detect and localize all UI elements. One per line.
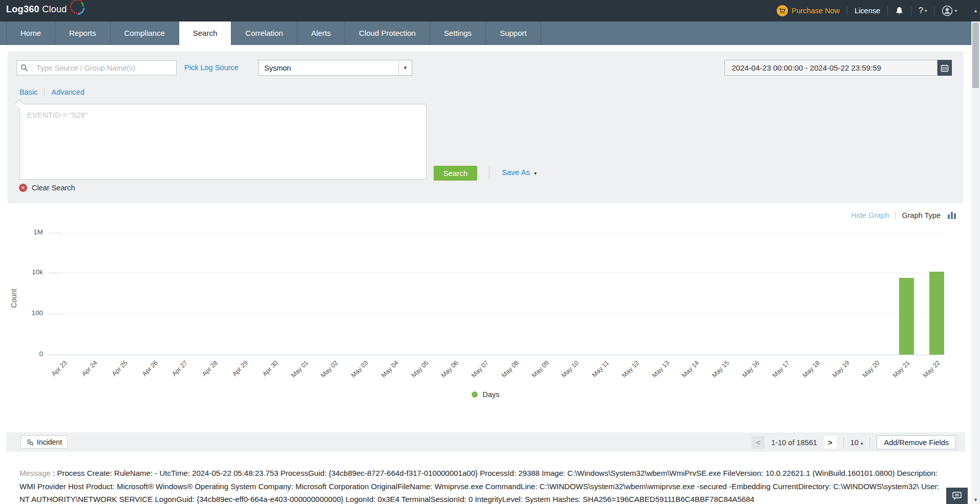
tab-alerts[interactable]: Alerts — [297, 21, 345, 45]
add-remove-fields-button[interactable]: Add/Remove Fields — [877, 435, 956, 449]
x-tick-label: May 17 — [764, 359, 791, 386]
save-as-button[interactable]: Save As▾ — [502, 168, 537, 177]
hide-graph-link[interactable]: Hide Graph — [851, 211, 889, 220]
pager-divider — [843, 437, 844, 448]
bar-may-22[interactable] — [929, 272, 944, 355]
search-button[interactable]: Search — [434, 166, 477, 181]
calendar-icon[interactable] — [938, 60, 952, 76]
query-input[interactable] — [19, 104, 427, 180]
clear-x-icon: ✕ — [19, 184, 27, 192]
scrollbar-thumb[interactable] — [972, 23, 979, 88]
x-tick-label: May 14 — [674, 359, 700, 386]
y-tick-100: 100 — [18, 309, 43, 317]
tab-home[interactable]: Home — [6, 21, 55, 45]
chat-bubble-icon — [951, 491, 963, 501]
x-tick-label: May 05 — [403, 359, 430, 386]
logo-text-secondary: Cloud — [42, 4, 67, 14]
mode-divider — [44, 88, 45, 96]
incident-button[interactable]: Incident — [20, 435, 68, 449]
purchase-now-button[interactable]: Purchase Now — [777, 5, 840, 16]
tab-reports[interactable]: Reports — [55, 21, 111, 45]
y-tick-0: 0 — [18, 350, 43, 358]
x-tick-label: Apr 27 — [162, 359, 189, 386]
app-logo: Log360 Cloud — [6, 4, 67, 15]
x-tick-label: May 09 — [523, 359, 550, 386]
pagination-count: 1-10 of 18561 — [771, 439, 817, 447]
bar-may-21[interactable] — [899, 278, 914, 355]
x-tick-label: Apr 24 — [72, 359, 99, 386]
x-tick-label: May 13 — [644, 359, 670, 386]
scroll-down-icon[interactable]: ▼ — [971, 497, 980, 502]
page-scrollbar[interactable]: ▲ ▼ — [971, 0, 980, 504]
tab-search[interactable]: Search — [179, 21, 232, 45]
x-tick-label: May 21 — [884, 359, 911, 386]
date-range-field[interactable]: 2024-04-23 00:00:00 - 2024-05-22 23:59:5… — [725, 60, 938, 76]
logo-swirl-icon — [66, 0, 87, 20]
gridline — [49, 314, 943, 314]
y-tick-1m: 1M — [18, 228, 43, 236]
mode-tab-advanced[interactable]: Advanced — [51, 88, 84, 96]
page-size-value: 10 — [850, 439, 859, 447]
source-search-input[interactable] — [32, 64, 176, 72]
chevron-down-icon: ▾ — [954, 8, 957, 13]
graph-ctl-divider — [895, 211, 896, 220]
y-tick-10k: 10k — [18, 268, 43, 276]
x-tick-label: May 03 — [343, 359, 370, 386]
x-tick-label: May 02 — [313, 359, 339, 386]
message-separator: : — [51, 469, 57, 477]
prev-page-button[interactable]: < — [752, 436, 764, 449]
log-message-row[interactable]: Message : Process Create: RuleName: - Ut… — [19, 467, 941, 504]
support-chat-button[interactable] — [946, 488, 968, 504]
x-tick-label: May 01 — [283, 359, 309, 386]
clear-search-button[interactable]: ✕ Clear Search — [19, 184, 75, 192]
x-tick-label: May 07 — [463, 359, 490, 386]
search-icon — [17, 64, 32, 72]
chevron-down-icon: ▾ — [534, 170, 537, 176]
gridline — [49, 233, 943, 233]
header-divider — [911, 6, 911, 15]
tab-support[interactable]: Support — [486, 21, 541, 45]
x-tick-label: May 06 — [433, 359, 460, 386]
gridline — [49, 273, 943, 273]
graph-type-label: Graph Type — [902, 211, 941, 220]
header-divider — [847, 6, 847, 15]
help-icon: ? — [919, 6, 923, 15]
page-size-select[interactable]: 10▾ — [850, 439, 863, 447]
main-nav: Home Reports Compliance Search Correlati… — [0, 21, 971, 45]
x-tick-label: May 15 — [704, 359, 731, 386]
x-tick-label: Apr 30 — [252, 359, 279, 386]
x-tick-label: May 10 — [553, 359, 580, 386]
x-tick-label: Apr 25 — [102, 359, 129, 386]
x-tick-label: Apr 23 — [42, 359, 69, 386]
chart-legend: Days — [0, 390, 971, 399]
legend-dot-icon — [472, 391, 478, 398]
tab-settings[interactable]: Settings — [430, 21, 486, 45]
tab-cloud-protection[interactable]: Cloud Protection — [345, 21, 430, 45]
bar-chart-icon[interactable] — [948, 212, 956, 219]
logo-text-primary: Log360 — [6, 4, 39, 14]
help-menu[interactable]: ? ▾ — [919, 6, 927, 15]
next-page-button[interactable]: > — [824, 436, 837, 449]
purchase-now-label: Purchase Now — [792, 7, 840, 15]
x-tick-label: May 19 — [824, 359, 851, 386]
results-chart: Hide Graph Graph Type 1M 10k 100 0 Count… — [0, 203, 971, 432]
x-tick-label: May 04 — [373, 359, 399, 386]
chevron-down-icon: ▾ — [925, 8, 927, 13]
tab-compliance[interactable]: Compliance — [111, 21, 179, 45]
notifications-bell-icon[interactable] — [895, 6, 904, 15]
search-panel: Pick Log Source Sysmon ▾ 2024-04-23 00:0… — [8, 51, 963, 203]
x-tick-label: May 16 — [734, 359, 761, 386]
user-account-menu[interactable]: ▾ — [942, 5, 957, 16]
save-divider — [489, 167, 489, 179]
pick-log-source-link[interactable]: Pick Log Source — [184, 63, 239, 72]
x-tick-label: Apr 29 — [223, 359, 249, 386]
tab-correlation[interactable]: Correlation — [231, 21, 297, 45]
mode-tab-basic[interactable]: Basic — [19, 88, 37, 96]
source-search-box — [16, 60, 177, 75]
license-link[interactable]: License — [855, 7, 880, 15]
pager-divider — [869, 437, 870, 448]
log-source-select[interactable]: Sysmon ▾ — [259, 60, 412, 76]
scroll-up-icon[interactable]: ▲ — [971, 0, 980, 21]
incident-label: Incident — [37, 438, 62, 446]
results-toolbar: Incident < 1-10 of 18561 > 10▾ Add/Remov… — [6, 432, 965, 452]
